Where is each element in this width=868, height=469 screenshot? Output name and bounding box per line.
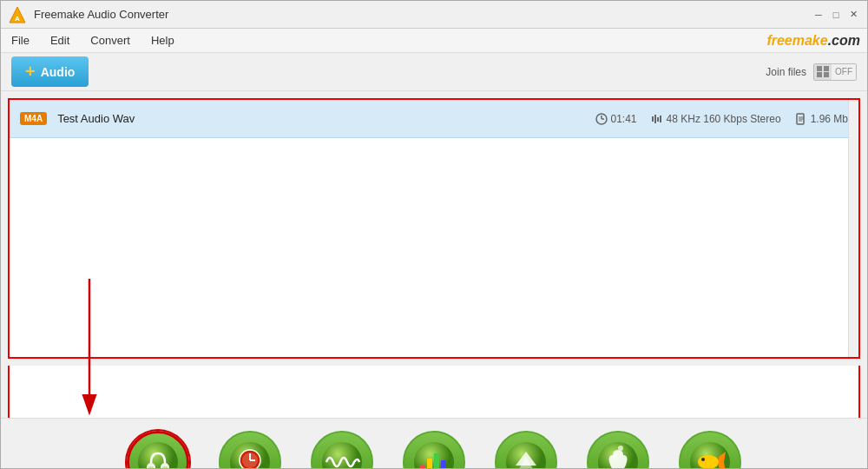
svg-rect-28	[420, 466, 425, 470]
convert-to-wma-button[interactable]: to WMA	[211, 431, 289, 470]
arrow-area	[8, 366, 860, 418]
app-window: A Freemake Audio Converter ─ □ ✕ File Ed…	[0, 0, 868, 469]
file-name: Test Audio Wav	[57, 112, 584, 125]
convert-to-mp3-button[interactable]: to MP3	[119, 431, 197, 470]
file-size: 1.96 Mb	[795, 113, 848, 125]
close-button[interactable]: ✕	[846, 8, 860, 22]
toggle-off-label: OFF	[832, 64, 856, 80]
audio-label: Audio	[41, 65, 76, 79]
svg-rect-29	[427, 459, 432, 470]
scrollbar[interactable]	[848, 100, 858, 357]
svg-rect-7	[657, 117, 659, 122]
svg-rect-8	[660, 116, 661, 122]
svg-text:A: A	[15, 15, 20, 23]
menu-file[interactable]: File	[8, 32, 33, 49]
svg-point-15	[138, 442, 178, 470]
convert-to-aac-button[interactable]: to AAC	[487, 431, 565, 470]
file-metadata: 01:41 48 KHz 160 Kbps Stereo	[595, 113, 848, 125]
svg-rect-6	[654, 115, 656, 123]
svg-rect-30	[434, 453, 439, 470]
svg-rect-19	[162, 466, 168, 470]
convert-to-wav-button[interactable]: to WAV	[303, 431, 381, 470]
svg-rect-31	[441, 460, 446, 470]
menu-convert[interactable]: Convert	[87, 32, 134, 49]
wma-icon	[229, 441, 271, 470]
join-files-area: Join files OFF	[766, 63, 857, 81]
svg-point-34	[618, 446, 623, 451]
join-files-toggle[interactable]: OFF	[813, 63, 857, 81]
file-format-badge: M4A	[20, 112, 47, 125]
file-row[interactable]: M4A Test Audio Wav 01:41	[10, 100, 858, 138]
ogg-icon	[689, 441, 731, 470]
join-files-label: Join files	[766, 66, 806, 78]
file-size-icon	[795, 113, 807, 125]
convert-to-m4a-button[interactable]: to M4A	[579, 431, 657, 470]
menu-bar: File Edit Convert Help freemake.com	[1, 29, 867, 53]
aac-icon	[505, 441, 547, 470]
title-bar: A Freemake Audio Converter ─ □ ✕	[1, 1, 867, 29]
add-audio-button[interactable]: + Audio	[11, 56, 89, 87]
m4a-icon	[597, 441, 639, 470]
svg-point-37	[701, 458, 705, 461]
svg-point-36	[698, 455, 719, 469]
freemake-logo: freemake.com	[766, 33, 860, 49]
mp3-icon	[137, 441, 179, 470]
convert-to-ogg-button[interactable]: to OGG	[671, 431, 749, 470]
menu-help[interactable]: Help	[148, 32, 178, 49]
wav-icon	[321, 441, 363, 470]
convert-to-flac-button[interactable]: to FLAC	[395, 431, 473, 470]
grid-icon	[814, 63, 832, 81]
svg-rect-5	[652, 116, 654, 122]
minimize-button[interactable]: ─	[812, 8, 825, 22]
menu-edit[interactable]: Edit	[47, 32, 73, 49]
clock-icon	[595, 113, 608, 125]
app-title: Freemake Audio Converter	[34, 8, 168, 21]
restore-button[interactable]: □	[829, 8, 843, 22]
convert-bar: to MP3	[1, 418, 867, 469]
arrow-indicator	[55, 279, 124, 418]
file-quality: 48 KHz 160 Kbps Stereo	[651, 113, 781, 125]
audio-quality-icon	[651, 113, 663, 125]
window-controls: ─ □ ✕	[812, 8, 860, 22]
plus-icon: +	[25, 62, 36, 82]
main-content-area: M4A Test Audio Wav 01:41	[8, 98, 860, 359]
toolbar: + Audio Join files OFF	[1, 53, 867, 91]
svg-rect-18	[148, 466, 154, 470]
app-logo-icon: A	[8, 5, 27, 24]
flac-icon	[413, 441, 455, 470]
file-duration: 01:41	[595, 113, 637, 125]
svg-point-26	[322, 442, 362, 470]
